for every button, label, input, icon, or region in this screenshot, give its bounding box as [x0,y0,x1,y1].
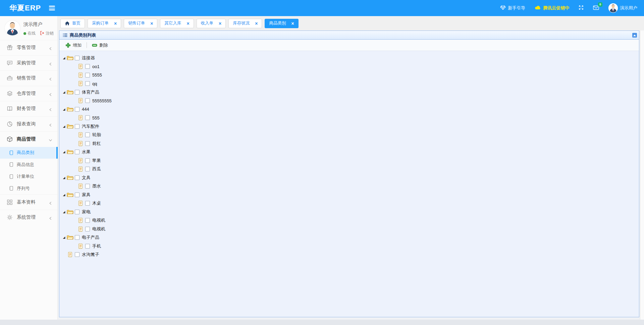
tree-node[interactable]: ◢家具 [61,191,639,199]
tree-checkbox[interactable] [85,158,90,163]
tree-node-child[interactable]: 轮胎 [61,131,639,140]
sidebar-subitem[interactable]: 商品类别 [0,147,57,159]
panel-collapse-button[interactable] [632,33,637,38]
tab-label: 库存状况 [233,20,250,26]
tree-checkbox[interactable] [85,141,90,146]
close-icon[interactable]: × [114,21,117,26]
tree-expand-icon[interactable]: ◢ [61,91,67,94]
tab-销售订单[interactable]: 销售订单× [124,19,157,28]
tree-expand-icon[interactable]: ◢ [61,236,67,239]
add-button[interactable]: 增加 [63,41,84,50]
tree-checkbox[interactable] [85,81,90,86]
tree-checkbox[interactable] [85,98,90,103]
logout-link[interactable]: 注销 [46,31,54,36]
sidebar-item-system[interactable]: 系统管理 [0,210,57,225]
tree-checkbox[interactable] [75,107,79,112]
tree-checkbox[interactable] [75,193,79,197]
sidebar-item-basic[interactable]: 基本资料 [0,195,57,210]
tab-采购订单[interactable]: 采购订单× [88,19,121,28]
tree-node[interactable]: ◢家电 [61,208,639,216]
tree-node-child[interactable]: 5555 [61,71,639,79]
file-icon [77,98,84,103]
tree-checkbox[interactable] [85,184,90,188]
tree-node-child[interactable]: 苹果 [61,156,639,165]
tree-checkbox[interactable] [75,252,79,257]
file-icon [77,141,84,146]
tree-checkbox[interactable] [85,167,90,171]
tree-node-child[interactable]: 电视机 [61,216,639,225]
tree-node-child[interactable]: 电视机 [61,225,639,233]
tab-收入单[interactable]: 收入单× [197,19,226,28]
close-icon[interactable]: × [255,21,258,26]
tree-node[interactable]: ◢文具 [61,173,639,182]
sidebar-item-reports[interactable]: 报表查询 [0,116,57,132]
delete-button[interactable]: 删除 [89,41,111,50]
close-icon[interactable]: × [291,21,294,26]
tree-checkbox[interactable] [75,210,79,214]
tree-checkbox[interactable] [75,124,79,129]
tree-checkbox[interactable] [85,115,90,120]
tree-checkbox[interactable] [75,90,79,95]
guide-link[interactable]: 新手引导 [500,5,525,11]
sidebar-subitem[interactable]: 计量单位 [0,171,57,183]
tree-checkbox[interactable] [75,235,79,240]
tree-node-child[interactable]: 55555555 [61,97,639,105]
header-user[interactable]: 演示用户 [608,3,637,13]
user-avatar[interactable] [5,20,20,36]
tree-node-child[interactable]: 555 [61,114,639,122]
tree-expand-icon[interactable]: ◢ [61,193,67,197]
tree-node[interactable]: ◢连接器 [61,54,639,62]
tree-expand-icon[interactable]: ◢ [61,56,67,60]
tree-node[interactable]: 水沟篦子 [61,251,639,259]
sidebar-subitem[interactable]: 商品信息 [0,159,57,171]
tree-expand-icon[interactable]: ◢ [61,150,67,154]
folder-icon [67,55,73,61]
tree-checkbox[interactable] [85,132,90,137]
tree-checkbox[interactable] [75,150,79,154]
promo-link[interactable]: 腾讯云促销中 [535,5,569,11]
tree-node-label: 家具 [82,192,91,198]
tree-node[interactable]: ◢电子产品 [61,233,639,242]
close-icon[interactable]: × [219,21,221,26]
tree-node[interactable]: ◢水果 [61,148,639,157]
tree-expand-icon[interactable]: ◢ [61,125,67,128]
tree-checkbox[interactable] [85,227,90,231]
tab-库存状况[interactable]: 库存状况× [228,19,262,28]
tree-expand-icon[interactable]: ◢ [61,176,67,179]
sidebar-item-finance[interactable]: 财务管理 [0,101,57,116]
sidebar-item-retail[interactable]: 零售管理 [0,40,57,55]
tree-checkbox[interactable] [85,218,90,223]
tree-checkbox[interactable] [85,73,90,77]
tree-checkbox[interactable] [85,64,90,69]
tree-node-child[interactable]: oo1 [61,62,639,71]
tree-node-child[interactable]: 木桌 [61,199,639,208]
tree-node-child[interactable]: 西瓜 [61,165,639,174]
tree-checkbox[interactable] [75,56,79,60]
sidebar-subitem[interactable]: 序列号 [0,182,57,195]
tab-首页[interactable]: 首页 [60,19,85,28]
tree-checkbox[interactable] [75,175,79,180]
sidebar-item-warehouse[interactable]: 仓库管理 [0,86,57,101]
mail-button[interactable]: 0 [593,5,599,11]
tree-checkbox[interactable] [85,244,90,249]
tree-node[interactable]: ◢汽车配件 [61,122,639,131]
hamburger-menu-icon[interactable] [49,6,55,10]
close-icon[interactable]: × [186,21,189,26]
close-icon[interactable]: × [150,21,153,26]
tree-node[interactable]: ◢体育产品 [61,88,639,97]
tree-node-child[interactable]: 前杠 [61,139,639,148]
scrollbar-track[interactable] [640,31,644,320]
tab-商品类别[interactable]: 商品类别× [265,19,298,28]
tree-expand-icon[interactable]: ◢ [61,108,67,111]
sidebar-item-sales[interactable]: 销售管理 [0,70,57,86]
tree-expand-icon[interactable]: ◢ [61,210,67,214]
tree-node-child[interactable]: qq [61,79,639,88]
tree-checkbox[interactable] [85,201,90,206]
tree-node-child[interactable]: 墨水 [61,182,639,191]
sidebar-item-goods[interactable]: 商品管理 [0,131,57,147]
tree-node-child[interactable]: 手机 [61,242,639,251]
fullscreen-button[interactable] [579,5,584,11]
sidebar-item-purchase[interactable]: 采购管理 [0,55,57,71]
tree-node[interactable]: ◢444 [61,105,639,114]
tab-其它入库[interactable]: 其它入库× [160,19,194,28]
